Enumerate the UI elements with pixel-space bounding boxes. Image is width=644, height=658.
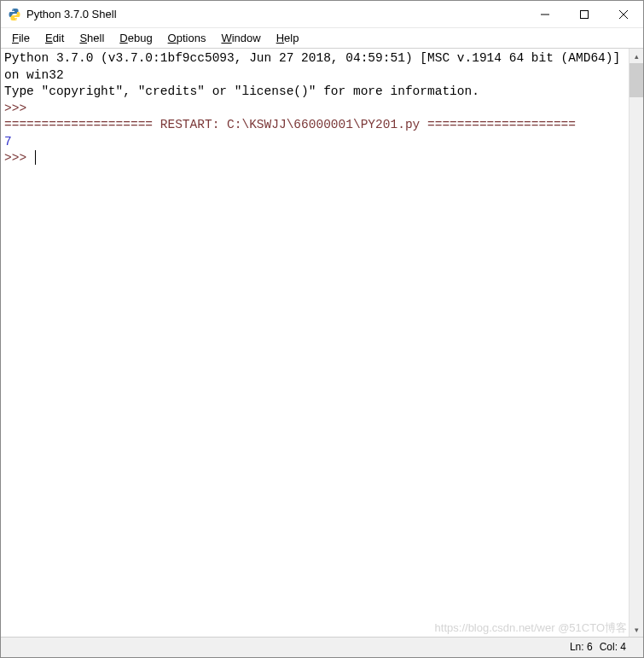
output-1: 7 xyxy=(4,135,12,148)
banner-line-1: Python 3.7.0 (v3.7.0:1bf9cc5093, Jun 27 … xyxy=(4,51,628,82)
menu-help-label: Help xyxy=(276,32,299,44)
menu-debug[interactable]: Debug xyxy=(112,30,160,46)
shell-output[interactable]: Python 3.7.0 (v3.7.0:1bf9cc5093, Jun 27 … xyxy=(1,49,629,637)
banner-line-2: Type "copyright", "credits" or "license(… xyxy=(4,84,479,98)
menu-debug-label: Debug xyxy=(119,32,152,44)
vertical-scrollbar[interactable]: ▴ ▾ xyxy=(629,49,643,637)
close-button[interactable] xyxy=(604,1,643,27)
menu-edit[interactable]: Edit xyxy=(38,30,72,46)
status-line: Ln: 6 xyxy=(570,641,593,653)
scrollbar-thumb[interactable] xyxy=(629,63,643,97)
menu-options-label: Options xyxy=(168,32,206,44)
menu-options[interactable]: Options xyxy=(160,30,214,46)
menu-window-label: Window xyxy=(221,32,260,44)
window-controls xyxy=(525,1,643,27)
content-wrap: Python 3.7.0 (v3.7.0:1bf9cc5093, Jun 27 … xyxy=(1,49,643,637)
menu-window[interactable]: Window xyxy=(213,30,268,46)
menu-help[interactable]: Help xyxy=(269,30,307,46)
restart-line: ==================== RESTART: C:\KSWJJ\6… xyxy=(4,118,576,131)
menu-edit-label: Edit xyxy=(45,32,64,44)
status-col-value: 4 xyxy=(620,641,626,653)
text-cursor xyxy=(35,150,36,165)
prompt-1: >>> xyxy=(4,102,34,115)
status-col: Col: 4 xyxy=(600,641,626,653)
svg-rect-1 xyxy=(581,10,589,18)
scrollbar-down-arrow-icon[interactable]: ▾ xyxy=(629,622,643,637)
python-icon xyxy=(8,8,21,21)
window-title: Python 3.7.0 Shell xyxy=(26,8,525,20)
menu-file[interactable]: File xyxy=(4,30,38,46)
menu-shell[interactable]: Shell xyxy=(72,30,112,46)
titlebar: Python 3.7.0 Shell xyxy=(1,1,643,28)
menu-shell-label: Shell xyxy=(79,32,104,44)
scrollbar-up-arrow-icon[interactable]: ▴ xyxy=(629,49,643,63)
status-col-label: Col: xyxy=(600,641,618,653)
status-line-label: Ln: xyxy=(570,641,584,653)
prompt-2: >>> xyxy=(4,151,34,165)
menu-file-label: File xyxy=(12,32,30,44)
status-line-value: 6 xyxy=(587,641,593,653)
minimize-button[interactable] xyxy=(525,1,565,27)
menubar: File Edit Shell Debug Options Window Hel… xyxy=(1,28,643,49)
maximize-button[interactable] xyxy=(565,1,604,27)
statusbar: Ln: 6 Col: 4 xyxy=(1,637,643,655)
